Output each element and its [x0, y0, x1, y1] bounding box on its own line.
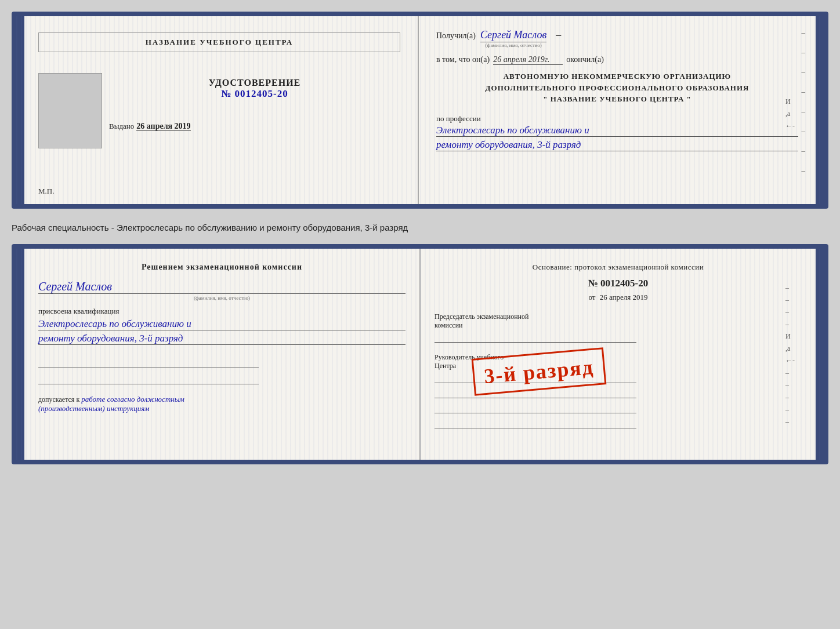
bottom-right-side-dashes: – – – – И ,а ←- – – – – – — [785, 283, 795, 426]
right-sig-lines-1 — [435, 332, 802, 343]
po-professii-label: по профессии — [436, 114, 481, 123]
ot-date: 26 апреля 2019 — [600, 293, 648, 301]
dopuskaetsya-block: допускается к работе согласно должностны… — [38, 395, 405, 413]
resheniyem-title: Решением экзаменационной комиссии — [38, 263, 405, 272]
right-dashes: – – – – – – – – — [802, 28, 806, 175]
sig-line-2 — [38, 374, 259, 384]
bottom-name: Сергей Маслов — [38, 280, 405, 294]
left-inner-row: УДОСТОВЕРЕНИЕ № 0012405-20 Выдано 26 апр… — [38, 63, 400, 148]
right-sig-line-2 — [435, 373, 636, 383]
right-sig-line-5 — [435, 418, 636, 428]
org-block: АВТОНОМНУЮ НЕКОММЕРЧЕСКУЮ ОРГАНИЗАЦИЮ ДО… — [436, 71, 798, 105]
bottom-doc-right: Основание: протокол экзаменационной коми… — [421, 249, 816, 460]
recipient-name: Сергей Маслов — [480, 29, 546, 42]
right-spine-strip — [816, 16, 824, 204]
fio-sub-top: (фамилия, имя, отчество) — [480, 42, 546, 48]
udostoverenie-label: УДОСТОВЕРЕНИЕ — [109, 78, 400, 88]
po-professii-block: по профессии Электрослесарь по обслужива… — [436, 113, 798, 151]
prof-line2-top: ремонту оборудования, 3-й разряд — [436, 139, 798, 151]
udostoverenie-block: УДОСТОВЕРЕНИЕ № 0012405-20 — [109, 78, 400, 100]
poluchil-label: Получил(а) — [436, 31, 476, 41]
bottom-fio-sub: (фамилия, имя, отчество) — [38, 295, 405, 301]
osnovanie-date-row: от 26 апреля 2019 — [435, 293, 802, 302]
right-sig-line-3 — [435, 388, 636, 398]
vydano-label: Выдано — [109, 122, 134, 130]
vydano-date: 26 апреля 2019 — [136, 122, 190, 131]
right-sig-lines-2 — [435, 373, 802, 428]
signature-lines — [38, 358, 405, 384]
ot-label: от — [588, 293, 595, 301]
mp-label: М.П. — [38, 187, 54, 196]
bottom-doc-left: Решением экзаменационной комиссии Сергей… — [24, 249, 421, 460]
photo-placeholder — [38, 73, 102, 148]
right-sig-line-1 — [435, 332, 636, 343]
rukovoditel-label: Руководитель учебного Центра — [435, 353, 802, 370]
vtom-row: в том, что он(а) 26 апреля 2019г. окончи… — [436, 55, 798, 65]
bottom-prof-line1: Электрослесарь по обслуживанию и — [38, 318, 405, 330]
bottom-left-spine — [16, 249, 24, 460]
osnovanie-number: № 0012405-20 — [435, 278, 802, 289]
right-sig-line-4 — [435, 403, 636, 413]
prof-line1-top: Электрослесарь по обслуживанию и — [436, 125, 798, 137]
predsedatel-label: Председатель экзаменационной комиссии — [435, 312, 802, 330]
sig-line-1 — [38, 358, 259, 368]
vtom-label: в том, что он(а) — [436, 55, 490, 64]
bottom-right-spine — [816, 249, 824, 460]
subtitle-section: Рабочая специальность - Электрослесарь п… — [12, 219, 828, 234]
top-doc-right: Получил(а) Сергей Маслов (фамилия, имя, … — [419, 16, 816, 204]
osnovanie-label: Основание: протокол экзаменационной коми… — [435, 263, 802, 272]
prisvoyena-label: присвоена квалификация — [38, 307, 405, 316]
page-wrapper: НАЗВАНИЕ УЧЕБНОГО ЦЕНТРА УДОСТОВЕРЕНИЕ №… — [12, 12, 828, 464]
poluchil-row: Получил(а) Сергей Маслов (фамилия, имя, … — [436, 29, 798, 48]
top-doc-left: НАЗВАНИЕ УЧЕБНОГО ЦЕНТРА УДОСТОВЕРЕНИЕ №… — [24, 16, 419, 204]
vydano-block: Выдано 26 апреля 2019 — [109, 121, 400, 131]
top-document: НАЗВАНИЕ УЧЕБНОГО ЦЕНТРА УДОСТОВЕРЕНИЕ №… — [12, 12, 828, 209]
training-center-title: НАЗВАНИЕ УЧЕБНОГО ЦЕНТРА — [38, 32, 400, 52]
bottom-prof-line2: ремонту оборудования, 3-й разряд — [38, 333, 405, 345]
cert-number: № 0012405-20 — [109, 88, 400, 100]
bottom-document: Решением экзаменационной комиссии Сергей… — [12, 244, 828, 464]
okonchil-label: окончил(а) — [566, 55, 604, 64]
side-letters: И ,а ←- — [785, 97, 795, 130]
vtom-date: 26 апреля 2019г. — [493, 55, 563, 65]
left-spine-strip — [16, 16, 24, 204]
dopuskaetsya-label: допускается к — [38, 395, 79, 403]
